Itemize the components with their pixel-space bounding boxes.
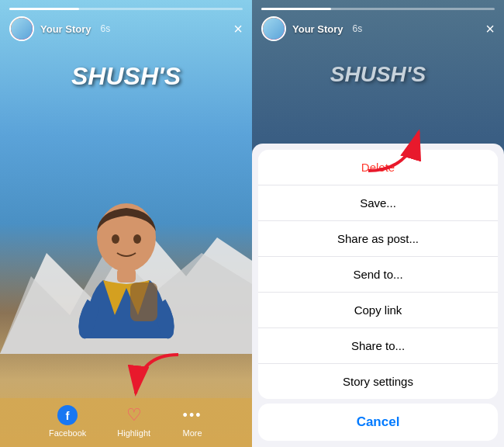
svg-point-3 (112, 234, 119, 244)
highlight-action[interactable]: ♡ Highlight (117, 404, 150, 438)
right-user-info: Your Story 6s (261, 16, 362, 41)
user-row: Your Story 6s × (9, 16, 243, 41)
highlight-icon: ♡ (126, 405, 142, 425)
story-header: Your Story 6s × (0, 0, 252, 47)
right-username: Your Story (292, 23, 343, 35)
facebook-label: Facebook (49, 428, 86, 438)
share-to-button[interactable]: Share to... (258, 328, 498, 364)
action-sheet-group: Delete Save... Share as post... Send to.… (258, 150, 498, 399)
copy-link-button[interactable]: Copy link (258, 293, 498, 328)
send-to-button[interactable]: Send to... (258, 257, 498, 293)
story-settings-button[interactable]: Story settings (258, 364, 498, 399)
action-sheet: Delete Save... Share as post... Send to.… (252, 144, 504, 447)
cancel-button[interactable]: Cancel (258, 404, 498, 441)
facebook-icon: f (57, 405, 78, 425)
highlight-label: Highlight (117, 428, 150, 438)
avatar[interactable] (9, 16, 34, 41)
progress-fill (9, 8, 79, 10)
user-info: Your Story 6s (9, 16, 110, 41)
right-progress-fill (261, 8, 331, 10)
story-time: 6s (101, 23, 111, 34)
more-label: More (183, 428, 202, 438)
right-close-button[interactable]: × (485, 21, 495, 36)
story-title: SHUSH'S (71, 62, 181, 91)
facebook-icon-wrapper: f (57, 404, 78, 426)
person-figure (57, 199, 196, 400)
left-panel: Your Story 6s × SHUSH'S f Facebook ♡ Hig… (0, 0, 252, 447)
right-avatar (261, 16, 286, 41)
svg-rect-5 (117, 269, 136, 282)
username: Your Story (40, 23, 91, 35)
bottom-action-bar: f Facebook ♡ Highlight ••• More (0, 398, 252, 447)
right-story-time: 6s (353, 23, 363, 34)
right-story-header: Your Story 6s × (252, 0, 504, 47)
more-action[interactable]: ••• More (181, 404, 203, 438)
right-story-title: SHUSH'S (330, 62, 426, 87)
svg-point-4 (133, 234, 141, 244)
progress-bar (9, 8, 243, 10)
right-progress-bar (261, 8, 495, 10)
right-user-row: Your Story 6s × (261, 16, 495, 41)
highlight-icon-wrapper: ♡ (123, 404, 145, 426)
facebook-action[interactable]: f Facebook (49, 404, 86, 438)
share-as-post-button[interactable]: Share as post... (258, 221, 498, 257)
svg-rect-6 (130, 282, 157, 321)
save-button[interactable]: Save... (258, 185, 498, 221)
right-panel: Your Story 6s × SHUSH'S Delete Save... S… (252, 0, 504, 447)
more-icon-wrapper: ••• (181, 404, 203, 426)
more-icon: ••• (183, 407, 202, 424)
delete-button[interactable]: Delete (258, 150, 498, 185)
close-button[interactable]: × (233, 21, 243, 36)
